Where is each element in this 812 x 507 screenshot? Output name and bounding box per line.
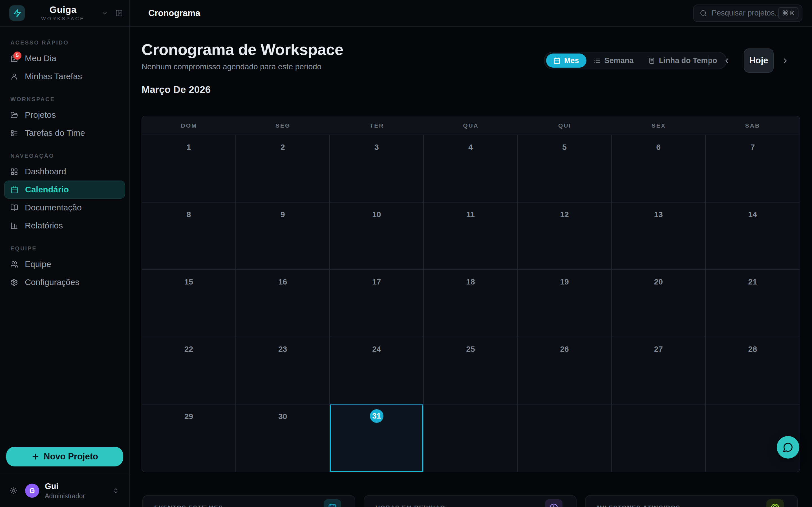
calendar-cell-day-16[interactable]: 16 bbox=[236, 270, 330, 337]
today-button[interactable]: Hoje bbox=[744, 48, 774, 73]
sidebar-item-configuracoes[interactable]: Configurações bbox=[4, 273, 125, 291]
date-number: 7 bbox=[751, 144, 755, 151]
layout-list-icon-wrap bbox=[10, 129, 18, 137]
previous-period-button[interactable] bbox=[721, 54, 733, 68]
view-tab-label: Semana bbox=[605, 56, 634, 65]
message-circle-icon bbox=[783, 442, 794, 453]
chevrons-up-down-icon[interactable] bbox=[113, 488, 119, 494]
next-period-button[interactable] bbox=[779, 54, 792, 68]
calendar-cell-day-19[interactable]: 19 bbox=[518, 270, 612, 337]
calendar-cell-day-21[interactable]: 21 bbox=[706, 270, 800, 337]
sidebar-nav: ACESSO RÁPIDO 5 Meu Dia Minhas Tarefas W… bbox=[0, 27, 129, 447]
sidebar-item-dashboard[interactable]: Dashboard bbox=[4, 163, 125, 180]
avatar[interactable]: G bbox=[25, 484, 39, 498]
calendar: DOMSEGTERQUAQUISEXSAB 1 2 3 4 5 6 7 8 9 … bbox=[142, 116, 800, 472]
calendar-cell-day-11[interactable]: 11 bbox=[424, 203, 518, 270]
sidebar-item-calendario[interactable]: Calendário bbox=[4, 180, 125, 199]
sidebar-item-relatorios[interactable]: Relatórios bbox=[4, 217, 125, 235]
workspace-header[interactable]: Guiga WORKSPACE bbox=[0, 0, 129, 27]
calendar-cell-day-14[interactable]: 14 bbox=[706, 203, 800, 270]
calendar-cell-day-7[interactable]: 7 bbox=[706, 135, 800, 203]
calendar-cell-day-8[interactable]: 8 bbox=[142, 203, 236, 270]
settings-icon bbox=[10, 279, 18, 286]
date-number: 22 bbox=[185, 345, 193, 353]
file-text-icon bbox=[648, 57, 655, 64]
date-number: 2 bbox=[281, 144, 285, 151]
summary-card-eventos-este-mes: EVENTOS ESTE MES bbox=[142, 495, 355, 507]
sidebar-item-label: Tarefas do Time bbox=[25, 128, 85, 138]
calendar-cell-day-15[interactable]: 15 bbox=[142, 270, 236, 337]
weekday-label: SEG bbox=[236, 116, 330, 135]
summary-card-label: EVENTOS ESTE MES bbox=[154, 504, 223, 507]
calendar-cell-day-1[interactable]: 1 bbox=[142, 135, 236, 203]
sidebar-item-label: Calendário bbox=[25, 185, 69, 194]
view-tab-linha-do-tempo[interactable]: Linha do Tempo bbox=[641, 54, 724, 68]
sidebar-item-meu-dia[interactable]: 5 Meu Dia bbox=[4, 49, 125, 67]
calendar-cell-day-10[interactable]: 10 bbox=[330, 203, 424, 270]
sidebar-item-equipe[interactable]: Equipe bbox=[4, 255, 125, 273]
date-number: 15 bbox=[185, 278, 193, 286]
view-tab-mes[interactable]: Mes bbox=[546, 54, 587, 68]
date-number: 9 bbox=[281, 211, 285, 219]
calendar-cell-day-27[interactable]: 27 bbox=[612, 337, 706, 404]
settings-icon-wrap bbox=[10, 279, 18, 286]
theme-toggle-button[interactable] bbox=[10, 487, 17, 494]
calendar-cell-day-17[interactable]: 17 bbox=[330, 270, 424, 337]
calendar-weekday-header: DOMSEGTERQUAQUISEXSAB bbox=[142, 116, 800, 135]
user-name: Gui bbox=[45, 482, 113, 490]
calendar-cell-day-3[interactable]: 3 bbox=[330, 135, 424, 203]
calendar-cell-day-4[interactable]: 4 bbox=[424, 135, 518, 203]
calendar-cell-day-24[interactable]: 24 bbox=[330, 337, 424, 404]
calendar-cell-day-13[interactable]: 13 bbox=[612, 203, 706, 270]
search-box[interactable]: ⌘ K bbox=[693, 4, 802, 22]
panel-collapse-icon[interactable] bbox=[115, 9, 123, 17]
calendar-cell-day-5[interactable]: 5 bbox=[518, 135, 612, 203]
chat-fab-button[interactable] bbox=[777, 436, 799, 459]
calendar-cell-day-2[interactable]: 2 bbox=[236, 135, 330, 203]
calendar-cell-day-29[interactable]: 29 bbox=[142, 404, 236, 472]
new-project-button[interactable]: Novo Projeto bbox=[6, 447, 123, 466]
sidebar-item-label: Meu Dia bbox=[25, 54, 56, 63]
sidebar-item-label: Projetos bbox=[25, 110, 56, 120]
users-icon-wrap bbox=[10, 261, 18, 268]
calendar-cell-day-9[interactable]: 9 bbox=[236, 203, 330, 270]
calendar-check-icon-wrap: 5 bbox=[10, 55, 18, 62]
date-number: 12 bbox=[560, 211, 569, 219]
search-shortcut-badge: ⌘ K bbox=[778, 7, 799, 19]
bar-chart-icon-wrap bbox=[10, 222, 18, 230]
app-root: Guiga WORKSPACE ACESSO RÁPIDO 5 Meu Dia … bbox=[0, 0, 812, 507]
new-project-label: Novo Projeto bbox=[44, 452, 98, 462]
chevron-down-icon[interactable] bbox=[101, 10, 108, 17]
sidebar-section-label: NAVEGAÇÃO bbox=[10, 153, 129, 159]
date-number: 11 bbox=[466, 211, 475, 219]
workspace-type-label: WORKSPACE bbox=[27, 16, 100, 21]
sidebar-item-documentacao[interactable]: Documentação bbox=[4, 199, 125, 217]
search-input[interactable] bbox=[712, 9, 778, 17]
workspace-switcher[interactable]: Guiga WORKSPACE bbox=[27, 5, 100, 21]
date-number: 26 bbox=[560, 345, 569, 353]
calendar-cell-day-30[interactable]: 30 bbox=[236, 404, 330, 472]
calendar-cell-day-25[interactable]: 25 bbox=[424, 337, 518, 404]
calendar-cell-day-6[interactable]: 6 bbox=[612, 135, 706, 203]
calendar-cell-day-18[interactable]: 18 bbox=[424, 270, 518, 337]
zap-icon bbox=[13, 9, 21, 17]
date-number: 8 bbox=[187, 211, 191, 219]
sidebar-item-minhas-tarefas[interactable]: Minhas Tarefas bbox=[4, 67, 125, 86]
chevron-left-icon bbox=[723, 57, 731, 65]
sidebar-section: WORKSPACE Projetos Tarefas do Time bbox=[0, 96, 129, 142]
view-tab-semana[interactable]: Semana bbox=[587, 54, 641, 68]
sidebar-item-tarefas-do-time[interactable]: Tarefas do Time bbox=[4, 124, 125, 142]
date-number: 14 bbox=[748, 211, 757, 219]
toolbar-divider bbox=[709, 55, 709, 67]
calendar-cell-day-26[interactable]: 26 bbox=[518, 337, 612, 404]
calendar-cell-day-23[interactable]: 23 bbox=[236, 337, 330, 404]
sidebar-item-label: Configurações bbox=[25, 277, 79, 287]
calendar-cell-day-22[interactable]: 22 bbox=[142, 337, 236, 404]
calendar-cell-day-20[interactable]: 20 bbox=[612, 270, 706, 337]
sidebar-item-projetos[interactable]: Projetos bbox=[4, 106, 125, 124]
calendar-cell-day-12[interactable]: 12 bbox=[518, 203, 612, 270]
date-number: 13 bbox=[654, 211, 663, 219]
clock-icon-wrap bbox=[545, 499, 562, 507]
calendar-cell-day-28[interactable]: 28 bbox=[706, 337, 800, 404]
calendar-cell-day-31[interactable]: 31 bbox=[330, 404, 424, 472]
